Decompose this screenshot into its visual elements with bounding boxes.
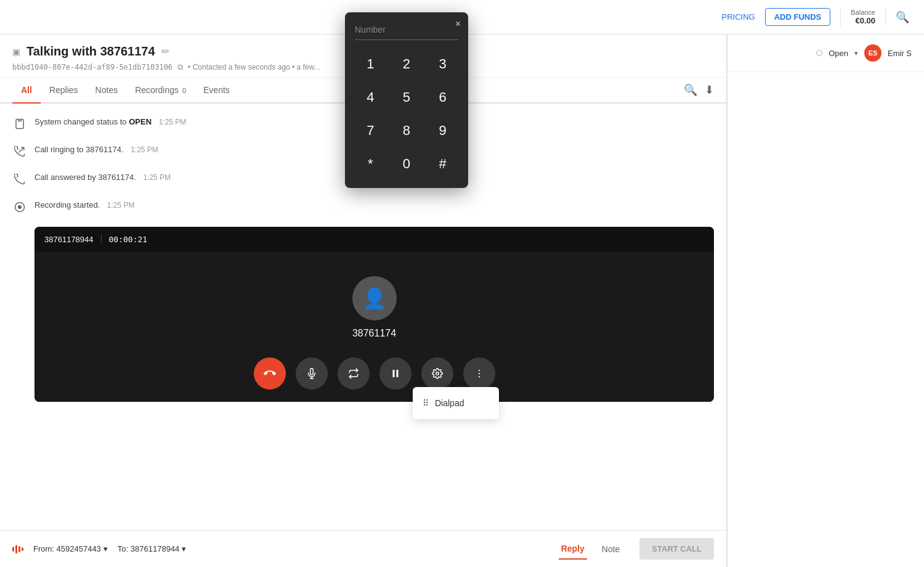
chevron-down-icon: ▾ [182, 544, 186, 553]
from-selector[interactable]: From: 4592457443 ▾ [33, 544, 108, 553]
avatar: 👤 [352, 276, 397, 320]
add-funds-button[interactable]: ADD FUNDS [765, 8, 831, 26]
dialpad-key-1[interactable]: 1 [355, 50, 386, 78]
mute-button[interactable] [296, 357, 328, 390]
contact-id: bbbd1040-807e-442d-af89-5e1db7103106 [12, 63, 172, 71]
tab-recordings[interactable]: Recordings 0 [126, 78, 195, 102]
dialpad-key-hash[interactable]: # [427, 150, 458, 178]
activity-time: 1:25 PM [143, 173, 171, 182]
status-indicator [816, 50, 822, 56]
dialpad-key-8[interactable]: 8 [391, 116, 423, 145]
call-contact-name: 38761174 [352, 328, 396, 339]
dialpad-key-4[interactable]: 4 [355, 83, 386, 112]
agent-name: Emir S [888, 49, 912, 58]
phone-outgoing-icon [12, 144, 27, 159]
right-panel-header: Open ▾ ES Emir S [727, 35, 924, 72]
svg-rect-5 [396, 370, 398, 377]
record-icon [12, 200, 27, 214]
svg-point-3 [18, 206, 22, 209]
dialpad-key-5[interactable]: 5 [391, 83, 423, 112]
svg-point-9 [478, 376, 479, 377]
header-divider-2 [885, 9, 886, 26]
balance-value: €0.00 [851, 16, 875, 25]
activity-time: 1:25 PM [107, 201, 135, 210]
dialpad-grid: 1 2 3 4 5 6 7 8 9 * 0 # [355, 50, 458, 178]
phone-icon [12, 172, 27, 187]
close-icon[interactable]: × [455, 18, 461, 30]
copy-icon[interactable]: ⧉ [177, 62, 183, 72]
call-widget-header: 38761178944 00:00:21 [34, 227, 714, 251]
start-call-button[interactable]: START CALL [639, 538, 714, 560]
dialpad-key-9[interactable]: 9 [427, 116, 458, 145]
waveform [12, 545, 23, 553]
dialpad-menu-item[interactable]: ⠿ Dialpad [413, 392, 499, 414]
tab-notes[interactable]: Notes [87, 78, 127, 102]
clipboard-icon [12, 116, 27, 131]
download-icon[interactable]: ⬇ [705, 83, 714, 97]
svg-line-1 [19, 147, 24, 152]
transfer-button[interactable] [338, 357, 370, 390]
waveform-bar [18, 546, 20, 552]
dialpad-overlay: × 1 2 3 4 5 6 7 8 9 * 0 # [345, 12, 468, 188]
compose-left: From: 4592457443 ▾ To: 38761178944 ▾ [12, 544, 186, 553]
balance-display: Balance €0.00 [851, 9, 875, 25]
tabs-actions: 🔍 ⬇ [684, 83, 714, 97]
dialpad-dropdown: ⠿ Dialpad [413, 387, 499, 419]
call-number: 38761178944 [44, 235, 94, 244]
dialpad-key-2[interactable]: 2 [391, 50, 423, 78]
tab-replies[interactable]: Replies [41, 78, 87, 102]
reply-tab[interactable]: Reply [559, 539, 587, 560]
waveform-bar [15, 545, 17, 553]
svg-rect-4 [392, 370, 394, 377]
call-body: 👤 38761174 [34, 251, 714, 402]
settings-button[interactable] [421, 357, 453, 390]
tab-all[interactable]: All [12, 78, 41, 102]
grid-icon: ⠿ [423, 398, 429, 408]
dialpad-menu-label: Dialpad [435, 398, 464, 408]
right-panel: Open ▾ ES Emir S [727, 35, 924, 567]
dialpad-key-3[interactable]: 3 [427, 50, 458, 78]
chevron-down-icon: ▾ [854, 49, 858, 57]
dialpad-key-0[interactable]: 0 [391, 150, 423, 178]
contact-title: Talking with 38761174 [26, 44, 155, 59]
search-icon[interactable]: 🔍 [896, 10, 909, 24]
hold-button[interactable] [379, 357, 411, 390]
recordings-badge: 0 [182, 87, 186, 94]
svg-point-8 [478, 373, 479, 374]
activity-time: 1:25 PM [159, 118, 187, 126]
tab-events[interactable]: Events [195, 78, 238, 102]
edit-icon[interactable]: ✏ [161, 46, 169, 57]
dialpad-key-6[interactable]: 6 [427, 83, 458, 112]
balance-label: Balance [851, 9, 875, 16]
activity-time: 1:25 PM [131, 145, 158, 154]
search-activity-icon[interactable]: 🔍 [684, 83, 697, 97]
activity-item: Recording started. 1:25 PM [12, 199, 714, 214]
call-divider [101, 234, 102, 244]
dialpad-key-star[interactable]: * [355, 150, 386, 178]
status-label[interactable]: Open [829, 49, 848, 58]
call-controls [254, 357, 495, 390]
header-divider [840, 9, 841, 26]
activity-text: Recording started. 1:25 PM [34, 199, 714, 211]
call-timer: 00:00:21 [109, 235, 148, 244]
more-button[interactable] [463, 357, 495, 390]
svg-rect-0 [18, 120, 22, 121]
waveform-bar [22, 547, 23, 551]
agent-avatar: ES [864, 44, 881, 62]
waveform-bar [12, 547, 14, 552]
minimize-icon[interactable]: ▣ [12, 47, 20, 57]
call-widget: 38761178944 00:00:21 👤 38761174 [34, 227, 714, 402]
pricing-link[interactable]: PRICING [722, 12, 755, 22]
dialpad-input[interactable] [355, 22, 458, 40]
note-tab[interactable]: Note [599, 539, 623, 559]
hangup-button[interactable] [254, 357, 286, 390]
svg-point-6 [436, 372, 439, 375]
compose-right: Reply Note START CALL [559, 538, 714, 560]
compose-area: From: 4592457443 ▾ To: 38761178944 ▾ Rep… [0, 530, 726, 567]
contact-status-info: • Contacted a few seconds ago • a few... [188, 63, 320, 71]
dialpad-key-7[interactable]: 7 [355, 116, 386, 145]
chevron-down-icon: ▾ [103, 544, 108, 553]
to-field[interactable]: To: 38761178944 ▾ [118, 544, 186, 553]
svg-point-7 [478, 370, 479, 371]
person-icon: 👤 [362, 287, 387, 310]
